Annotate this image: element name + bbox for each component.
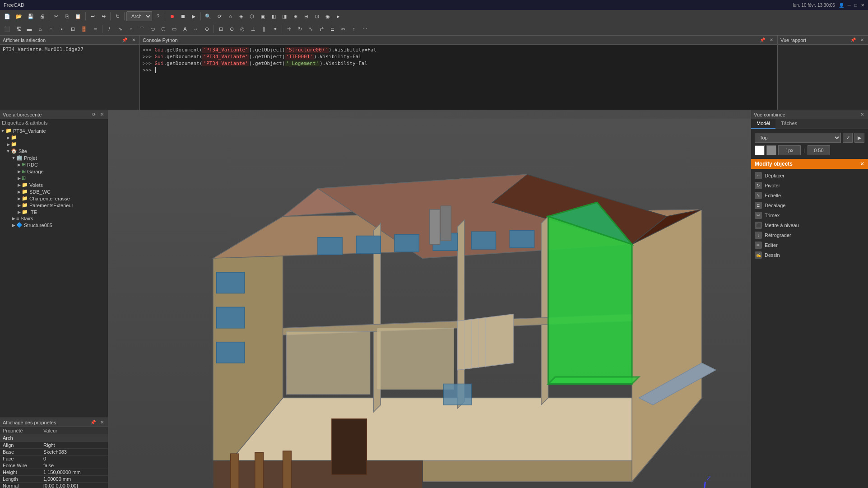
modify-item-niveau[interactable]: ⬛ Mettre à niveau [751, 220, 868, 230]
tree-item-projet[interactable]: ▼ 🏢 Projet [0, 154, 108, 161]
draft-circle[interactable]: ○ [126, 24, 136, 34]
tree-item-folder2[interactable]: ▶ 📁 [0, 141, 108, 148]
titlebar-maximize[interactable]: □ [854, 3, 857, 8]
view-fit-all[interactable]: ⊡ [312, 11, 322, 21]
draft-wire[interactable]: ∿ [115, 24, 125, 34]
view-back[interactable]: ⊞ [290, 11, 300, 21]
draft-poly[interactable]: ⬡ [158, 24, 168, 34]
tree-item-folder1[interactable]: ▶ 📁 [0, 134, 108, 141]
view-iso[interactable]: ◈ [236, 11, 246, 21]
snap-special[interactable]: ✦ [270, 24, 280, 34]
modify-item-retrograder[interactable]: ↓ Rétrograder [751, 230, 868, 240]
arch-floor[interactable]: ▬ [24, 24, 34, 34]
view-fit-sel[interactable]: ◉ [323, 11, 333, 21]
draft-rect[interactable]: ▭ [169, 24, 179, 34]
draft-text[interactable]: A [180, 24, 190, 34]
snap-midpoint[interactable]: ⊙ [227, 24, 237, 34]
modify-rotate[interactable]: ↻ [295, 24, 305, 34]
modify-move[interactable]: ✛ [284, 24, 294, 34]
tree-item-garage[interactable]: ▶ ⊞ Garage [0, 168, 108, 175]
modify-trim[interactable]: ✂ [338, 24, 348, 34]
refresh-btn[interactable]: ↻ [112, 11, 122, 21]
modify-scale[interactable]: ⤡ [306, 24, 316, 34]
tree-close[interactable]: ✕ [99, 112, 105, 117]
opacity-input[interactable] [808, 145, 830, 155]
right-panel-close[interactable]: ✕ [859, 112, 865, 117]
px-input[interactable] [778, 145, 801, 155]
selection-close[interactable]: ✕ [130, 37, 137, 43]
snap-endpoint[interactable]: ◎ [237, 24, 247, 34]
new-btn[interactable]: 📄 [2, 11, 13, 21]
view-direction-dropdown[interactable]: Top Front Right [755, 133, 841, 143]
paste-btn[interactable]: 📋 [73, 11, 84, 21]
view-check-btn[interactable]: ✓ [843, 133, 853, 143]
tree-item-rdc[interactable]: ▶ ⊞ RDC [0, 161, 108, 168]
report-close[interactable]: ✕ [859, 37, 865, 43]
color-gray-swatch[interactable] [766, 145, 776, 155]
viewport[interactable]: X Y Z 101.0/0.2 Fps [108, 110, 751, 488]
right-tab-tasks[interactable]: Tâches [775, 119, 803, 129]
save-btn[interactable]: 💾 [25, 11, 36, 21]
view-bottom[interactable]: ⊟ [301, 11, 311, 21]
right-tab-model[interactable]: Modèl [751, 119, 775, 129]
snap-perp[interactable]: ⊥ [248, 24, 258, 34]
console-close[interactable]: ✕ [768, 37, 775, 43]
arch-roof[interactable]: ⌂ [35, 24, 45, 34]
report-pin[interactable]: 📌 [849, 37, 857, 43]
undo-btn[interactable]: ↩ [88, 11, 97, 21]
arch-wall[interactable]: ⬛ [2, 24, 13, 34]
arch-struct[interactable]: 🏗 [14, 24, 23, 34]
tree-item-site[interactable]: ▼ 🏠 Site [0, 148, 108, 154]
color-white-swatch[interactable] [755, 145, 765, 155]
titlebar-close[interactable]: ✕ [861, 3, 864, 8]
snap-grid[interactable]: ⊞ [216, 24, 226, 34]
modify-close[interactable]: ✕ [860, 161, 864, 167]
view-zoom[interactable]: 🔍 [203, 11, 214, 21]
cut-btn[interactable]: ✂ [51, 11, 61, 21]
arch-panel[interactable]: ▪ [57, 24, 67, 34]
copy-btn[interactable]: ⎘ [62, 11, 72, 21]
arch-window[interactable]: ⊞ [68, 24, 78, 34]
view-rotate[interactable]: ⟳ [214, 11, 224, 21]
modify-item-deplacer[interactable]: ↔ Déplacer [751, 171, 868, 181]
console-pin[interactable]: 📌 [758, 37, 766, 43]
arch-door[interactable]: 🚪 [79, 24, 89, 34]
titlebar-minimize[interactable]: ─ [848, 3, 851, 8]
modify-offset[interactable]: ⊏ [327, 24, 337, 34]
workbench-dropdown[interactable]: Arch [126, 11, 152, 21]
tree-item-structure[interactable]: ▶ 🔷 Structure085 [0, 222, 108, 228]
modify-item-dessin[interactable]: ✍ Dessin [751, 250, 868, 260]
view-home[interactable]: ⌂ [225, 11, 235, 21]
modify-upgrade[interactable]: ↑ [349, 24, 359, 34]
selection-pin[interactable]: 📌 [121, 37, 129, 43]
view-front[interactable]: ⬡ [247, 11, 257, 21]
snap-parallel[interactable]: ∥ [259, 24, 269, 34]
draft-snap[interactable]: ⊕ [202, 24, 212, 34]
tree-content[interactable]: ▼ 📁 PT34_Variante ▶ 📁 ▶ 📁 [0, 126, 108, 229]
tree-item-ite[interactable]: ▶ 📁 ITE [0, 209, 108, 215]
workbench-help[interactable]: ? [153, 11, 163, 21]
open-btn[interactable]: 📂 [14, 11, 24, 21]
draft-line[interactable]: / [104, 24, 114, 34]
tree-item-sdbwc[interactable]: ▶ 📁 SDB_WC [0, 188, 108, 195]
tree-item-unnamed[interactable]: ▶ ⊞ [0, 175, 108, 181]
tree-item-volets[interactable]: ▶ 📁 Volets [0, 181, 108, 188]
view-arrow-btn[interactable]: ▶ [854, 133, 864, 143]
view-right[interactable]: ◧ [269, 11, 279, 21]
arch-stairs[interactable]: ≡ [46, 24, 56, 34]
console-cursor[interactable] [155, 67, 159, 73]
modify-item-trimex[interactable]: ✂ Trimex [751, 210, 868, 220]
props-close[interactable]: ✕ [99, 419, 105, 425]
arch-pipe[interactable]: ━ [90, 24, 100, 34]
view-top[interactable]: ▣ [258, 11, 268, 21]
draft-arc[interactable]: ⌒ [137, 24, 147, 34]
modify-item-decalage[interactable]: ⊏ Décalage [751, 200, 868, 210]
tree-item-pt34[interactable]: ▼ 📁 PT34_Variante [0, 127, 108, 134]
viewport-3d[interactable]: X Y Z 101.0/0.2 Fps [108, 110, 751, 488]
modify-more[interactable]: ⋯ [360, 24, 370, 34]
draft-ellipse[interactable]: ⬭ [148, 24, 158, 34]
tree-item-charpente[interactable]: ▶ 📁 CharpenteTerasse [0, 195, 108, 202]
redo-btn[interactable]: ↪ [98, 11, 108, 21]
view-more[interactable]: ▸ [334, 11, 343, 21]
view-left[interactable]: ◨ [279, 11, 289, 21]
